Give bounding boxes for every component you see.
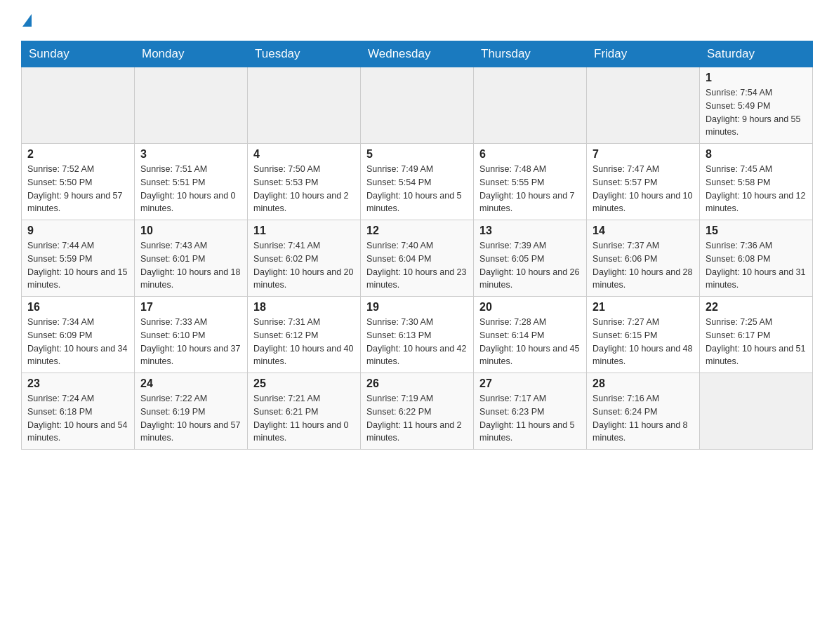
day-number: 7 <box>593 148 694 161</box>
day-header-monday: Monday <box>135 41 248 67</box>
day-info: Sunrise: 7:24 AM Sunset: 6:18 PM Dayligh… <box>27 392 128 445</box>
day-header-friday: Friday <box>587 41 700 67</box>
calendar-cell: 9Sunrise: 7:44 AM Sunset: 5:59 PM Daylig… <box>22 220 135 297</box>
day-header-thursday: Thursday <box>474 41 587 67</box>
day-number: 14 <box>593 224 694 237</box>
calendar-cell <box>22 67 135 144</box>
day-info: Sunrise: 7:37 AM Sunset: 6:06 PM Dayligh… <box>593 239 694 292</box>
day-number: 20 <box>479 301 581 314</box>
calendar-cell: 2Sunrise: 7:52 AM Sunset: 5:50 PM Daylig… <box>22 144 135 220</box>
calendar-week-3: 9Sunrise: 7:44 AM Sunset: 5:59 PM Daylig… <box>22 220 813 297</box>
day-header-tuesday: Tuesday <box>248 41 361 67</box>
calendar-week-1: 1Sunrise: 7:54 AM Sunset: 5:49 PM Daylig… <box>22 67 813 144</box>
calendar-cell: 12Sunrise: 7:40 AM Sunset: 6:04 PM Dayli… <box>361 220 474 297</box>
calendar-week-2: 2Sunrise: 7:52 AM Sunset: 5:50 PM Daylig… <box>22 144 813 220</box>
day-number: 27 <box>479 377 581 390</box>
day-number: 26 <box>366 377 468 390</box>
day-header-saturday: Saturday <box>700 41 813 67</box>
day-header-wednesday: Wednesday <box>361 41 474 67</box>
calendar-cell: 10Sunrise: 7:43 AM Sunset: 6:01 PM Dayli… <box>135 220 248 297</box>
page-header <box>21 14 813 27</box>
day-number: 25 <box>253 377 355 390</box>
calendar-cell: 1Sunrise: 7:54 AM Sunset: 5:49 PM Daylig… <box>700 67 813 144</box>
calendar-cell: 3Sunrise: 7:51 AM Sunset: 5:51 PM Daylig… <box>135 144 248 220</box>
calendar-cell: 19Sunrise: 7:30 AM Sunset: 6:13 PM Dayli… <box>361 297 474 373</box>
calendar-cell <box>361 67 474 144</box>
calendar-cell: 28Sunrise: 7:16 AM Sunset: 6:24 PM Dayli… <box>587 373 700 450</box>
calendar-cell: 5Sunrise: 7:49 AM Sunset: 5:54 PM Daylig… <box>361 144 474 220</box>
day-info: Sunrise: 7:30 AM Sunset: 6:13 PM Dayligh… <box>366 316 468 368</box>
day-info: Sunrise: 7:50 AM Sunset: 5:53 PM Dayligh… <box>253 163 355 215</box>
calendar-cell: 14Sunrise: 7:37 AM Sunset: 6:06 PM Dayli… <box>587 220 700 297</box>
calendar-cell: 21Sunrise: 7:27 AM Sunset: 6:15 PM Dayli… <box>587 297 700 373</box>
day-number: 21 <box>593 301 694 314</box>
logo <box>21 14 32 27</box>
day-info: Sunrise: 7:17 AM Sunset: 6:23 PM Dayligh… <box>479 392 581 445</box>
day-number: 13 <box>479 224 581 237</box>
day-info: Sunrise: 7:51 AM Sunset: 5:51 PM Dayligh… <box>140 163 241 215</box>
days-header-row: SundayMondayTuesdayWednesdayThursdayFrid… <box>22 41 813 67</box>
calendar-cell: 15Sunrise: 7:36 AM Sunset: 6:08 PM Dayli… <box>700 220 813 297</box>
day-number: 17 <box>140 301 241 314</box>
calendar-cell: 26Sunrise: 7:19 AM Sunset: 6:22 PM Dayli… <box>361 373 474 450</box>
day-number: 19 <box>366 301 468 314</box>
day-info: Sunrise: 7:19 AM Sunset: 6:22 PM Dayligh… <box>366 392 468 445</box>
day-info: Sunrise: 7:31 AM Sunset: 6:12 PM Dayligh… <box>253 316 355 368</box>
day-info: Sunrise: 7:40 AM Sunset: 6:04 PM Dayligh… <box>366 239 468 292</box>
calendar-cell: 4Sunrise: 7:50 AM Sunset: 5:53 PM Daylig… <box>248 144 361 220</box>
day-info: Sunrise: 7:16 AM Sunset: 6:24 PM Dayligh… <box>593 392 694 445</box>
calendar-week-5: 23Sunrise: 7:24 AM Sunset: 6:18 PM Dayli… <box>22 373 813 450</box>
day-info: Sunrise: 7:47 AM Sunset: 5:57 PM Dayligh… <box>593 163 694 215</box>
day-info: Sunrise: 7:41 AM Sunset: 6:02 PM Dayligh… <box>253 239 355 292</box>
calendar-cell: 18Sunrise: 7:31 AM Sunset: 6:12 PM Dayli… <box>248 297 361 373</box>
calendar-cell: 24Sunrise: 7:22 AM Sunset: 6:19 PM Dayli… <box>135 373 248 450</box>
day-number: 4 <box>253 148 355 161</box>
day-number: 8 <box>706 148 807 161</box>
day-info: Sunrise: 7:54 AM Sunset: 5:49 PM Dayligh… <box>706 86 807 139</box>
day-info: Sunrise: 7:45 AM Sunset: 5:58 PM Dayligh… <box>706 163 807 215</box>
day-header-sunday: Sunday <box>22 41 135 67</box>
day-info: Sunrise: 7:49 AM Sunset: 5:54 PM Dayligh… <box>366 163 468 215</box>
calendar-cell: 8Sunrise: 7:45 AM Sunset: 5:58 PM Daylig… <box>700 144 813 220</box>
calendar-cell <box>700 373 813 450</box>
day-info: Sunrise: 7:43 AM Sunset: 6:01 PM Dayligh… <box>140 239 241 292</box>
day-number: 12 <box>366 224 468 237</box>
calendar-cell: 16Sunrise: 7:34 AM Sunset: 6:09 PM Dayli… <box>22 297 135 373</box>
day-number: 10 <box>140 224 241 237</box>
day-info: Sunrise: 7:34 AM Sunset: 6:09 PM Dayligh… <box>27 316 128 368</box>
day-info: Sunrise: 7:22 AM Sunset: 6:19 PM Dayligh… <box>140 392 241 445</box>
day-info: Sunrise: 7:33 AM Sunset: 6:10 PM Dayligh… <box>140 316 241 368</box>
day-number: 9 <box>27 224 128 237</box>
day-number: 15 <box>706 224 807 237</box>
calendar-cell: 22Sunrise: 7:25 AM Sunset: 6:17 PM Dayli… <box>700 297 813 373</box>
day-number: 2 <box>27 148 128 161</box>
calendar-cell <box>587 67 700 144</box>
calendar-cell: 13Sunrise: 7:39 AM Sunset: 6:05 PM Dayli… <box>474 220 587 297</box>
day-number: 1 <box>706 72 807 84</box>
day-info: Sunrise: 7:36 AM Sunset: 6:08 PM Dayligh… <box>706 239 807 292</box>
day-info: Sunrise: 7:28 AM Sunset: 6:14 PM Dayligh… <box>479 316 581 368</box>
calendar-cell: 20Sunrise: 7:28 AM Sunset: 6:14 PM Dayli… <box>474 297 587 373</box>
calendar-cell: 7Sunrise: 7:47 AM Sunset: 5:57 PM Daylig… <box>587 144 700 220</box>
day-info: Sunrise: 7:44 AM Sunset: 5:59 PM Dayligh… <box>27 239 128 292</box>
calendar-cell: 17Sunrise: 7:33 AM Sunset: 6:10 PM Dayli… <box>135 297 248 373</box>
day-number: 18 <box>253 301 355 314</box>
calendar-cell: 6Sunrise: 7:48 AM Sunset: 5:55 PM Daylig… <box>474 144 587 220</box>
day-number: 16 <box>27 301 128 314</box>
calendar-cell <box>474 67 587 144</box>
day-number: 23 <box>27 377 128 390</box>
day-info: Sunrise: 7:48 AM Sunset: 5:55 PM Dayligh… <box>479 163 581 215</box>
day-number: 11 <box>253 224 355 237</box>
day-info: Sunrise: 7:25 AM Sunset: 6:17 PM Dayligh… <box>706 316 807 368</box>
calendar-cell <box>135 67 248 144</box>
calendar-cell: 23Sunrise: 7:24 AM Sunset: 6:18 PM Dayli… <box>22 373 135 450</box>
day-info: Sunrise: 7:27 AM Sunset: 6:15 PM Dayligh… <box>593 316 694 368</box>
calendar-cell: 25Sunrise: 7:21 AM Sunset: 6:21 PM Dayli… <box>248 373 361 450</box>
day-info: Sunrise: 7:21 AM Sunset: 6:21 PM Dayligh… <box>253 392 355 445</box>
day-info: Sunrise: 7:52 AM Sunset: 5:50 PM Dayligh… <box>27 163 128 215</box>
day-number: 24 <box>140 377 241 390</box>
day-number: 3 <box>140 148 241 161</box>
calendar-cell <box>248 67 361 144</box>
day-number: 5 <box>366 148 468 161</box>
calendar-cell: 27Sunrise: 7:17 AM Sunset: 6:23 PM Dayli… <box>474 373 587 450</box>
